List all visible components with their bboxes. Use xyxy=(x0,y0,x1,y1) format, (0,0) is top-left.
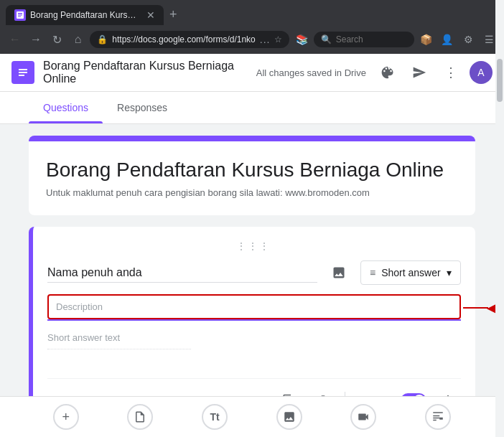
bookmark-icon: ☆ xyxy=(274,34,282,44)
question-header: ≡ Short answer ▾ xyxy=(47,260,461,286)
tab-navigation: Questions Responses xyxy=(0,92,504,124)
browser-toolbar: ← → ↻ ⌂ 🔒 https://docs.google.com/forms/… xyxy=(0,25,504,54)
send-button[interactable] xyxy=(406,60,432,85)
palette-button[interactable] xyxy=(375,60,401,85)
question-label-input[interactable] xyxy=(47,263,317,283)
description-input[interactable] xyxy=(47,294,461,319)
add-icon: + xyxy=(62,410,70,425)
header-more-button[interactable]: ⋮ xyxy=(438,60,464,85)
svg-rect-3 xyxy=(18,17,21,17)
image-add-button[interactable] xyxy=(326,260,352,286)
profile-icon[interactable]: 👤 xyxy=(438,29,456,50)
type-icon: ≡ xyxy=(370,267,375,278)
svg-rect-7 xyxy=(19,75,24,76)
collections-icon[interactable]: 📚 xyxy=(292,29,310,50)
svg-rect-1 xyxy=(18,13,22,14)
tab-close-button[interactable]: ✕ xyxy=(146,9,155,21)
add-question-button[interactable]: + xyxy=(53,404,79,430)
url-text: https://docs.google.com/forms/d/1nko xyxy=(112,34,255,44)
more-dots-icon: ⋮ xyxy=(444,65,457,80)
svg-rect-5 xyxy=(19,69,27,70)
form-title: Borang Pendaftaran Kursus Berniaga Onlin… xyxy=(46,159,458,182)
svg-rect-2 xyxy=(18,15,22,16)
answer-preview: Short answer text xyxy=(47,332,191,349)
address-more: ... xyxy=(260,34,271,45)
home-button[interactable]: ⌂ xyxy=(69,29,87,50)
tab-bar: Borang Pendaftaran Kursus Be... ✕ + xyxy=(0,0,504,25)
arrow-line xyxy=(463,307,488,309)
question-type-select[interactable]: ≡ Short answer ▾ xyxy=(360,260,461,285)
form-header-card: Borang Pendaftaran Kursus Berniaga Onlin… xyxy=(29,136,475,215)
forward-button[interactable]: → xyxy=(27,29,45,50)
tab-title: Borang Pendaftaran Kursus Be... xyxy=(30,10,139,20)
drag-handle[interactable]: ⋮⋮⋮ xyxy=(47,241,461,251)
add-video-button[interactable] xyxy=(350,404,376,430)
dropdown-arrow-icon: ▾ xyxy=(447,267,452,278)
back-button[interactable]: ← xyxy=(6,29,24,50)
browser-chrome: Borang Pendaftaran Kursus Be... ✕ + ← → … xyxy=(0,0,504,54)
saved-status: All changes saved in Drive xyxy=(256,67,366,78)
add-image-button[interactable] xyxy=(276,404,302,430)
bottom-toolbar: + Tt xyxy=(0,396,504,437)
extensions-icon[interactable]: 📦 xyxy=(417,29,435,50)
active-tab[interactable]: Borang Pendaftaran Kursus Be... ✕ xyxy=(6,5,164,25)
scrollbar-thumb[interactable] xyxy=(497,59,503,102)
type-label: Short answer xyxy=(381,267,440,278)
app-title: Borang Pendaftaran Kursus Berniaga Onlin… xyxy=(43,60,248,85)
refresh-button[interactable]: ↻ xyxy=(48,29,66,50)
description-container: ◀ xyxy=(47,294,461,321)
search-bar[interactable]: 🔍 xyxy=(314,32,414,47)
tab-responses[interactable]: Responses xyxy=(103,92,182,123)
header-actions: ⋮ A xyxy=(375,60,493,85)
main-content: Borang Pendaftaran Kursus Berniaga Onlin… xyxy=(0,124,504,418)
tab-questions[interactable]: Questions xyxy=(29,92,103,123)
app-header: Borang Pendaftaran Kursus Berniaga Onlin… xyxy=(0,54,504,92)
address-bar[interactable]: 🔒 https://docs.google.com/forms/d/1nko .… xyxy=(90,31,289,48)
tab-favicon xyxy=(14,9,26,21)
form-description: Untuk maklumat penuh cara pengisian bora… xyxy=(46,187,458,198)
svg-rect-6 xyxy=(19,72,27,73)
new-tab-button[interactable]: + xyxy=(164,4,183,25)
input-underline xyxy=(47,319,461,321)
text-icon: Tt xyxy=(210,411,220,423)
add-title-button[interactable]: Tt xyxy=(202,404,228,430)
settings-icon[interactable]: ⚙ xyxy=(459,29,477,50)
arrow-indicator: ◀ xyxy=(463,300,497,316)
avatar[interactable]: A xyxy=(470,61,493,84)
question-card: ⋮⋮⋮ ≡ Short answer ▾ ◀ Short answer text xyxy=(29,227,475,418)
import-questions-button[interactable] xyxy=(127,404,153,430)
scrollbar-track[interactable] xyxy=(495,0,504,437)
app-logo xyxy=(11,61,34,84)
search-icon: 🔍 xyxy=(321,34,332,44)
lock-icon: 🔒 xyxy=(97,34,108,44)
add-section-button[interactable] xyxy=(425,404,451,430)
search-input[interactable] xyxy=(336,34,401,44)
